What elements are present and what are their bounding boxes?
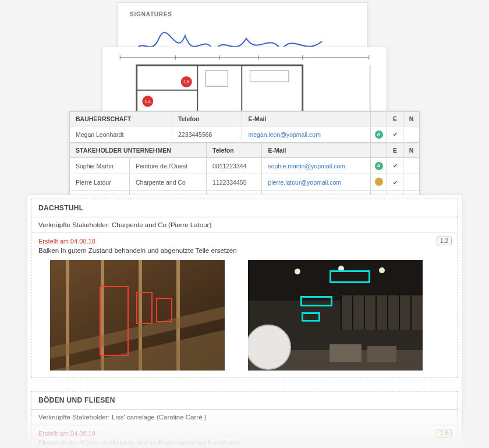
cell-n xyxy=(403,174,420,191)
cell-n xyxy=(403,126,420,143)
section-stakeholder: Verknüpfte Stakeholder: Charpente and Co… xyxy=(31,217,458,233)
cell-name: Sophie Martin xyxy=(70,158,130,174)
annotation-rect-icon xyxy=(302,312,320,322)
cell-phone: 2233445566 xyxy=(172,126,242,143)
annotation-rect-icon xyxy=(100,286,129,356)
svg-rect-13 xyxy=(250,71,289,82)
signatures-title: SIGNATURES xyxy=(130,11,356,17)
report-card: DACHSTUHL Verknüpfte Stakeholder: Charpe… xyxy=(27,195,462,448)
svg-rect-12 xyxy=(206,71,228,87)
annotation-rect-icon xyxy=(156,298,172,322)
bauherr-table: BAUHERRSCHAFT Telefon E-Mail E N Megan L… xyxy=(69,111,420,143)
cell-company: Charpente and Co xyxy=(130,174,207,191)
email-link[interactable]: megan.leon@yopmail.com xyxy=(248,131,320,138)
svg-rect-40 xyxy=(367,346,396,362)
section-title: DACHSTUHL xyxy=(31,199,458,217)
email-link[interactable]: pierre.latour@yopmail.com xyxy=(268,179,341,186)
bauherr-title: BAUHERRSCHAFT xyxy=(70,112,172,126)
status-badge: A xyxy=(375,162,383,170)
cell-e: ✔ xyxy=(387,126,403,143)
svg-text:1.4: 1.4 xyxy=(144,99,151,104)
table-row: Pierre Latour Charpente and Co 112233445… xyxy=(70,174,420,191)
svg-point-43 xyxy=(379,267,385,273)
table-row: Megan Leonhardt 2233445566 megan.leon@yo… xyxy=(70,126,420,143)
col-phone: Telefon xyxy=(172,112,242,126)
cell-name: Pierre Latour xyxy=(70,174,130,191)
col-e: E xyxy=(387,143,403,158)
email-link[interactable]: sophie.martin@yopmail.com xyxy=(268,163,345,170)
status-badge: A xyxy=(375,130,383,139)
svg-point-41 xyxy=(295,269,300,274)
item-desc: Balken in gutem Zustand behandeln und ab… xyxy=(38,247,451,254)
col-email: E-Mail xyxy=(242,112,371,126)
col-n: N xyxy=(403,112,420,126)
item-badge: 1.6 xyxy=(437,429,452,438)
stake-title: STAKEHOLDER UNTERNEHMEN xyxy=(70,143,207,158)
col-email: E-Mail xyxy=(262,143,371,158)
photo-loft-interior xyxy=(248,260,423,371)
cell-name: Megan Leonhardt xyxy=(70,126,172,143)
created-label: Erstellt am 04.08.18 xyxy=(38,238,451,245)
svg-rect-39 xyxy=(329,344,362,362)
created-label: Erstellt am 04.08.18 xyxy=(38,430,451,437)
annotation-rect-icon xyxy=(300,296,332,306)
svg-text:1.6: 1.6 xyxy=(183,79,190,84)
table-row: Sophie Martin Peinture de l'Ouest 001122… xyxy=(70,158,420,174)
cell-company: Peinture de l'Ouest xyxy=(130,158,207,174)
section-body: 1.2 Erstellt am 04.08.18 Balken in gutem… xyxy=(31,233,458,378)
status-badge xyxy=(375,178,383,186)
stakeholder-tables-card: BAUHERRSCHAFT Telefon E-Mail E N Megan L… xyxy=(69,111,420,209)
cell-email: megan.leon@yopmail.com xyxy=(242,126,371,143)
section-title: BÖDEN UND FLIESEN xyxy=(31,391,458,410)
annotation-rect-icon xyxy=(136,292,153,324)
section-stakeholder: Verknüpfte Stakeholder: Liss' carrelage … xyxy=(31,410,458,425)
item-desc: Fliesen in der Küche dunkelgrau und im B… xyxy=(38,439,451,446)
annotation-rect-icon xyxy=(329,270,370,283)
col-n: N xyxy=(403,143,420,158)
col-phone: Telefon xyxy=(207,143,262,158)
item-badge: 1.2 xyxy=(437,237,452,245)
cell-n xyxy=(403,158,420,174)
cell-e: ✔ xyxy=(387,158,403,174)
cell-phone: 1122334455 xyxy=(207,174,262,191)
cell-phone: 0011223344 xyxy=(207,158,262,174)
cell-e: ✔ xyxy=(387,174,403,191)
photo-wood-beams xyxy=(50,260,225,371)
col-e: E xyxy=(387,112,403,126)
section-body: 1.6 Erstellt am 04.08.18 Fliesen in der … xyxy=(31,425,458,448)
